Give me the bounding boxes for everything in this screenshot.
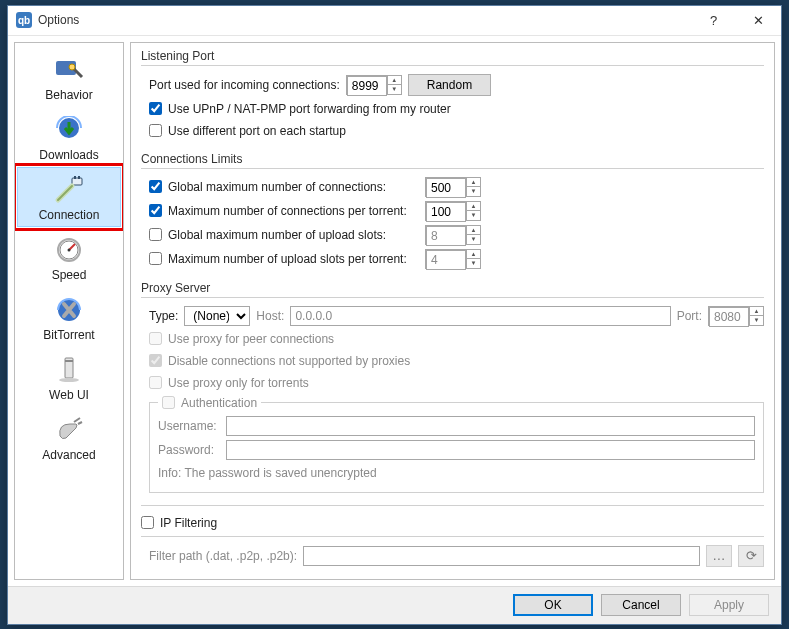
proxy-peer-checkbox: Use proxy for peer connections	[149, 332, 334, 346]
group-ip-filtering: IP Filtering Filter path (.dat, .p2p, .p…	[141, 505, 764, 569]
group-title: Listening Port	[141, 49, 764, 63]
sidebar-item-behavior[interactable]: Behavior	[17, 47, 121, 107]
svg-rect-3	[72, 178, 82, 185]
help-button[interactable]: ?	[691, 5, 736, 35]
random-button[interactable]: Random	[408, 74, 491, 96]
proxy-username-label: Username:	[158, 419, 220, 433]
proxy-type-select[interactable]: (None)	[184, 306, 250, 326]
upnp-checkbox[interactable]: Use UPnP / NAT-PMP port forwarding from …	[149, 102, 451, 116]
upnp-label: Use UPnP / NAT-PMP port forwarding from …	[168, 102, 451, 116]
sidebar-item-label: BitTorrent	[43, 328, 94, 342]
max-upload-per-torrent-checkbox[interactable]: Maximum number of upload slots per torre…	[149, 252, 419, 266]
diffport-checkbox-input[interactable]	[149, 124, 162, 137]
downloads-icon	[53, 114, 85, 146]
group-listening-port: Listening Port Port used for incoming co…	[141, 49, 764, 142]
dialog-footer: OK Cancel Apply	[8, 586, 781, 624]
svg-point-12	[59, 378, 79, 382]
divider	[141, 168, 764, 169]
filter-path-label: Filter path (.dat, .p2p, .p2b):	[149, 549, 297, 563]
sidebar-item-speed[interactable]: Speed	[17, 227, 121, 287]
ipfilter-checkbox[interactable]: IP Filtering	[141, 516, 217, 530]
max-conn-per-torrent-checkbox[interactable]: Maximum number of connections per torren…	[149, 204, 419, 218]
sidebar-item-label: Speed	[52, 268, 87, 282]
webui-icon	[53, 354, 85, 386]
divider	[141, 536, 764, 537]
proxy-disable-unsupported-checkbox: Disable connections not supported by pro…	[149, 354, 410, 368]
proxy-auth-fieldset: Authentication Username: Password:	[149, 396, 764, 493]
proxy-password-label: Password:	[158, 443, 220, 457]
sidebar-item-label: Behavior	[45, 88, 92, 102]
ellipsis-icon: …	[712, 548, 725, 563]
cancel-button[interactable]: Cancel	[601, 594, 681, 616]
port-spinbox[interactable]: ▲▼	[346, 75, 402, 95]
connection-icon	[53, 174, 85, 206]
svg-point-1	[69, 64, 75, 70]
window-title: Options	[38, 13, 79, 27]
group-title: Proxy Server	[141, 281, 764, 295]
port-input[interactable]	[347, 76, 387, 96]
reload-button: ⟳	[738, 545, 764, 567]
sidebar-item-bittorrent[interactable]: BitTorrent	[17, 287, 121, 347]
svg-point-8	[68, 248, 71, 251]
proxy-info-label: Info: The password is saved unencrypted	[158, 466, 377, 480]
divider	[141, 505, 764, 506]
proxy-type-label: Type:	[149, 309, 178, 323]
sidebar-item-label: Connection	[39, 208, 100, 222]
spin-up-icon[interactable]: ▲	[388, 76, 401, 86]
proxy-username-input	[226, 416, 755, 436]
global-max-upload-checkbox[interactable]: Global maximum number of upload slots:	[149, 228, 419, 242]
filter-path-input	[303, 546, 700, 566]
svg-rect-11	[65, 360, 73, 362]
port-label: Port used for incoming connections:	[149, 78, 340, 92]
diffport-label: Use different port on each startup	[168, 124, 346, 138]
global-max-conn-checkbox[interactable]: Global maximum number of connections:	[149, 180, 419, 194]
divider	[141, 65, 764, 66]
proxy-host-input	[290, 306, 670, 326]
group-title: Connections Limits	[141, 152, 764, 166]
sidebar-item-webui[interactable]: Web UI	[17, 347, 121, 407]
content-panel: Listening Port Port used for incoming co…	[130, 42, 775, 580]
upnp-checkbox-input[interactable]	[149, 102, 162, 115]
proxy-host-label: Host:	[256, 309, 284, 323]
proxy-only-torrents-checkbox: Use proxy only for torrents	[149, 376, 309, 390]
sidebar-item-label: Web UI	[49, 388, 89, 402]
sidebar-item-connection[interactable]: Connection	[17, 167, 121, 227]
advanced-icon	[53, 414, 85, 446]
sidebar-item-label: Downloads	[39, 148, 98, 162]
behavior-icon	[53, 54, 85, 86]
max-conn-per-torrent-spinbox[interactable]: ▲▼	[425, 201, 481, 221]
global-max-conn-spinbox[interactable]: ▲▼	[425, 177, 481, 197]
close-button[interactable]: ✕	[736, 5, 781, 35]
proxy-password-input	[226, 440, 755, 460]
divider	[141, 297, 764, 298]
speed-icon	[53, 234, 85, 266]
ok-button[interactable]: OK	[513, 594, 593, 616]
sidebar: Behavior Downloads Connection Speed	[14, 42, 124, 580]
apply-button: Apply	[689, 594, 769, 616]
spin-down-icon[interactable]: ▼	[388, 85, 401, 94]
sidebar-item-advanced[interactable]: Advanced	[17, 407, 121, 467]
bittorrent-icon	[53, 294, 85, 326]
svg-rect-5	[78, 176, 80, 179]
global-max-upload-spinbox: ▲▼	[425, 225, 481, 245]
group-conn-limits: Connections Limits Global maximum number…	[141, 152, 764, 271]
max-upload-per-torrent-spinbox: ▲▼	[425, 249, 481, 269]
proxy-port-label: Port:	[677, 309, 702, 323]
browse-button: …	[706, 545, 732, 567]
app-icon: qb	[16, 12, 32, 28]
sidebar-item-downloads[interactable]: Downloads	[17, 107, 121, 167]
diffport-checkbox[interactable]: Use different port on each startup	[149, 124, 346, 138]
group-proxy: Proxy Server Type: (None) Host: Port: ▲▼…	[141, 281, 764, 495]
options-dialog: qb Options ? ✕ Behavior Downloads	[7, 5, 782, 625]
titlebar: qb Options ? ✕	[8, 6, 781, 36]
sidebar-item-label: Advanced	[42, 448, 95, 462]
proxy-port-spinbox: ▲▼	[708, 306, 764, 326]
reload-icon: ⟳	[746, 548, 757, 563]
svg-rect-4	[74, 176, 76, 179]
proxy-auth-checkbox: Authentication	[162, 396, 257, 410]
